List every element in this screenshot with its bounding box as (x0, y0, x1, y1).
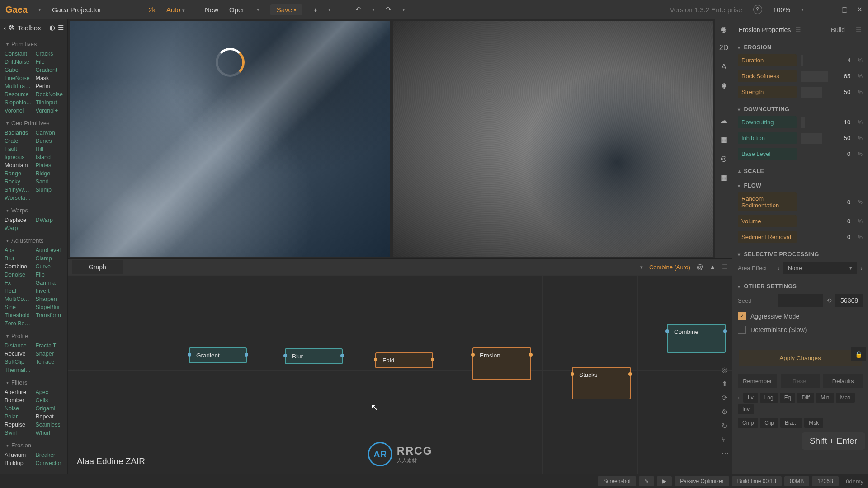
toolbox-item[interactable]: Shaper (36, 350, 63, 357)
toolbox-item[interactable]: Voronoi (5, 107, 32, 114)
prop-row[interactable]: Volume0% (735, 213, 865, 229)
link-icon[interactable]: ⟳ (722, 394, 729, 402)
toolbox-item[interactable]: MultiFractal (5, 83, 32, 90)
flame-icon[interactable]: ▲ (709, 263, 716, 271)
toolbox-item[interactable]: Fx (5, 279, 32, 286)
app-logo[interactable]: Gaea (5, 5, 28, 15)
viewport-tool-5[interactable]: ▦ (717, 133, 730, 145)
flow-section[interactable]: ▾FLOW (735, 181, 865, 191)
toolbox-item[interactable]: Clamp (36, 255, 63, 262)
zoom-button[interactable]: 100% (773, 6, 790, 14)
toolbox-item[interactable]: Sand (36, 178, 63, 185)
toolbox-item[interactable]: SoftClip (5, 358, 32, 366)
pen-icon[interactable]: ✎ (639, 476, 654, 486)
undo-icon[interactable]: ↶ (355, 5, 361, 14)
toolbox-item[interactable]: Rocky (5, 178, 32, 185)
toolbox-item[interactable]: Denoise (5, 271, 32, 278)
reset-button[interactable]: Reset (781, 374, 820, 388)
toolbox-item[interactable]: Resource (5, 91, 32, 98)
add-node-icon[interactable]: + (630, 263, 634, 271)
section-erosion[interactable]: ▾Erosion (3, 440, 65, 450)
redo-chevron[interactable]: ▾ (402, 7, 405, 13)
pill-bia…[interactable]: Bia… (780, 418, 802, 428)
lock-icon[interactable]: 🔒 (851, 347, 866, 361)
more-icon[interactable]: ⋯ (722, 449, 729, 458)
toolbox-item[interactable]: Noise (5, 405, 32, 412)
toolbox-item[interactable]: Constant (5, 50, 32, 57)
auto-chevron[interactable]: ▾ (182, 8, 185, 13)
viewport-tool-2[interactable]: A (717, 61, 730, 73)
prop-row[interactable]: Base Level0% (735, 146, 865, 162)
toolbox-item[interactable]: TileInput (36, 99, 63, 106)
toolbox-item[interactable]: Combine (5, 263, 32, 270)
toolbox-item[interactable]: File (36, 58, 63, 66)
toolbox-item[interactable]: LineNoise (5, 75, 32, 82)
toolbox-item[interactable]: ShinyWaves (5, 186, 32, 193)
toolbox-item[interactable]: Fault (5, 145, 32, 153)
toolbox-item[interactable]: Sine (5, 304, 32, 311)
toolbox-item[interactable]: Badlands (5, 129, 32, 136)
toolbox-item[interactable]: Plates (36, 162, 63, 169)
viewport-2d[interactable] (393, 21, 713, 257)
toolbox-item[interactable]: Perlin (36, 83, 63, 90)
toolbox-item[interactable]: Abs (5, 247, 32, 254)
node-combine[interactable]: Combine (667, 324, 726, 353)
graph-canvas[interactable]: ↖ Alaa Eddine ZAIR AR RRCG 人人素材 ◎ ⬆ ⟳ ⚙ … (68, 275, 732, 474)
graph-tab[interactable]: Graph (72, 260, 123, 274)
undo-chevron[interactable]: ▾ (372, 7, 375, 13)
toolbox-item[interactable]: Hill (36, 145, 63, 153)
pill-min[interactable]: Min (816, 393, 834, 403)
toolbox-item[interactable]: Displace (5, 216, 32, 224)
node-stacks[interactable]: Stacks (572, 367, 631, 399)
other-settings-section[interactable]: ▾OTHER SETTINGS (735, 282, 865, 291)
toolbox-item[interactable]: RockNoise (36, 91, 63, 98)
pill-cmp[interactable]: Cmp (738, 418, 758, 428)
toolbox-item[interactable]: Distance (5, 342, 32, 349)
toolbox-item[interactable]: Worselands (5, 194, 32, 202)
apply-button[interactable]: Apply Changes (739, 350, 862, 366)
toolbox-item[interactable]: ThermalS… (5, 366, 32, 374)
toolbox-item[interactable]: Origami (36, 405, 63, 412)
seed-input[interactable]: 56368 (835, 294, 863, 307)
seed-randomize-icon[interactable]: ⟲ (826, 297, 832, 304)
combine-mode[interactable]: Combine (Auto) (649, 264, 690, 271)
toolbox-toggle-icon[interactable]: ◐ (49, 23, 55, 32)
save-chevron[interactable]: ▾ (328, 7, 331, 13)
toolbox-item[interactable]: FractalTe… (36, 342, 63, 349)
node-icon[interactable]: ◎ (722, 366, 729, 374)
node-fold[interactable]: Fold (375, 352, 433, 368)
node-blur[interactable]: Blur (285, 348, 343, 364)
prop-row[interactable]: Random Sedimentation0% (735, 191, 865, 213)
toolbox-item[interactable]: Recurve (5, 350, 32, 357)
prop-row[interactable]: Duration4% (735, 52, 865, 68)
toolbox-item[interactable] (36, 194, 63, 202)
pill-log[interactable]: Log (760, 393, 778, 403)
play-icon[interactable]: ▶ (657, 476, 672, 486)
branch-icon[interactable]: ⑂ (722, 436, 729, 444)
prop-row[interactable]: Rock Softness65% (735, 68, 865, 84)
toolbox-item[interactable]: Threshold (5, 312, 32, 319)
refresh-icon[interactable]: ↻ (722, 422, 729, 430)
area-next-icon[interactable]: › (860, 265, 863, 272)
node-erosion[interactable]: Erosion (472, 347, 531, 380)
area-prev-icon[interactable]: ‹ (778, 265, 780, 272)
toolbox-item[interactable]: Blur (5, 255, 32, 262)
toolbox-item[interactable]: Island (36, 154, 63, 161)
screenshot-button[interactable]: Screenshot (598, 476, 636, 486)
toolbox-item[interactable]: Igneous (5, 154, 32, 161)
downcutting-section[interactable]: ▾DOWNCUTTING (735, 104, 865, 114)
export-icon[interactable]: ⬆ (722, 380, 729, 388)
pill-max[interactable]: Max (836, 393, 855, 403)
open-chevron[interactable]: ▾ (257, 7, 259, 13)
toolbox-item[interactable]: Gabor (5, 66, 32, 74)
passive-optimizer-button[interactable]: Passive Optimizer (675, 476, 729, 486)
section-adjustments[interactable]: ▾Adjustments (3, 235, 65, 246)
prop-row[interactable]: Downcutting10% (735, 114, 865, 130)
toolbox-item[interactable]: SlopeNoise (5, 99, 32, 106)
deterministic-checkbox[interactable] (738, 326, 746, 334)
toolbox-item[interactable]: DriftNoise (5, 58, 32, 66)
zoom-chevron[interactable]: ▾ (801, 7, 804, 13)
chevron-left-icon[interactable]: ‹ (4, 24, 6, 32)
toolbox-item[interactable]: Gradient (36, 66, 63, 74)
toolbox-item[interactable]: Ridge (36, 170, 63, 177)
